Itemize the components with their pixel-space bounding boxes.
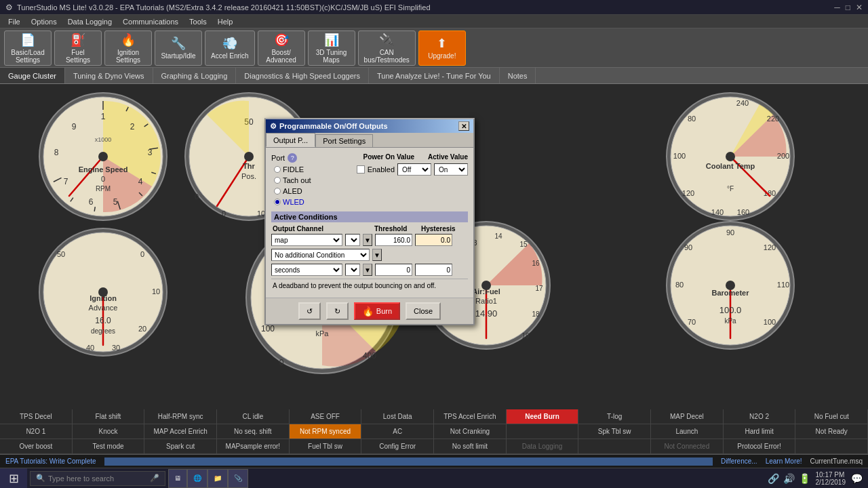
burn-button[interactable]: 🔥 Burn xyxy=(354,302,400,320)
condition2-threshold-input[interactable] xyxy=(375,264,412,276)
notification-icon: 💬 xyxy=(851,473,863,484)
taskbar-app-explorer[interactable]: 🖥 xyxy=(168,469,187,488)
active-value-select[interactable]: OnOff xyxy=(434,163,468,176)
can-bus-button[interactable]: 🔌 CAN bus/Testmodes xyxy=(358,30,416,66)
port-aled-radio[interactable] xyxy=(274,188,281,195)
svg-text:17: 17 xyxy=(535,285,543,292)
tab-graphing[interactable]: Graphing & Logging xyxy=(153,68,237,83)
port-help-icon[interactable]: ? xyxy=(288,153,297,163)
port-aled[interactable]: ALED xyxy=(271,186,314,197)
port-wled-radio[interactable] xyxy=(274,199,281,205)
learn-more-link[interactable]: Learn More! xyxy=(766,458,802,465)
dialog-tab-output[interactable]: Output P... xyxy=(266,133,315,147)
condition1-channel-select[interactable]: map xyxy=(271,234,342,246)
svg-text:0: 0 xyxy=(101,175,105,183)
minimize-btn[interactable]: ─ xyxy=(834,3,840,12)
status-not-connected: Not Connected xyxy=(651,439,724,453)
svg-text:30: 30 xyxy=(112,344,120,352)
no-additional-select[interactable]: No additional Condition xyxy=(271,249,370,261)
condition2-channel-select[interactable]: seconds xyxy=(271,264,342,276)
status-n2o-1: N2O 1 xyxy=(0,424,73,439)
menu-file[interactable]: File xyxy=(3,15,26,28)
status-mapsample-error: MAPsample error! xyxy=(217,439,290,453)
condition1-hysteresis-input[interactable] xyxy=(415,234,452,246)
menu-options[interactable]: Options xyxy=(26,15,62,28)
ignition-settings-button[interactable]: 🔥 Ignition Settings xyxy=(104,30,152,66)
port-wled[interactable]: WLED xyxy=(271,197,314,207)
port-fidle[interactable]: FIDLE xyxy=(271,164,314,175)
condition2-op-select[interactable]: > xyxy=(345,264,360,276)
start-button[interactable]: ⊞ xyxy=(0,468,27,489)
menu-help[interactable]: Help xyxy=(212,15,239,28)
tab-gauge-cluster[interactable]: Gauge Cluster xyxy=(0,68,65,83)
menu-communications[interactable]: Communications xyxy=(117,15,184,28)
tab-diagnostics[interactable]: Diagnostics & High Speed Loggers xyxy=(236,68,369,83)
fuel-sublabel: Settings xyxy=(66,56,90,64)
browser-icon: 🌐 xyxy=(193,474,201,482)
search-area[interactable]: 🔍 Type here to search 🎤 xyxy=(30,471,165,486)
svg-text:100: 100 xyxy=(673,152,686,160)
no-additional-condition: No additional Condition ▼ xyxy=(271,249,468,261)
can-icon: 🔌 xyxy=(379,33,394,47)
svg-text:16.0: 16.0 xyxy=(95,316,111,325)
close-button[interactable]: Close xyxy=(406,302,441,320)
clock: 10:17 PM 2/12/2019 xyxy=(816,471,846,486)
svg-text:120: 120 xyxy=(682,189,694,197)
dialog-tab-port-settings[interactable]: Port Settings xyxy=(315,134,373,147)
3d-tuning-button[interactable]: 📊 3D Tuning Maps xyxy=(308,30,355,66)
taskbar-app-browser[interactable]: 🌐 xyxy=(187,469,208,488)
taskbar-app-files[interactable]: 📁 xyxy=(208,469,228,488)
status-not-ready: Not Ready xyxy=(795,424,868,439)
status-row-1: TPS Decel Flat shift Half-RPM sync CL id… xyxy=(0,409,868,424)
enabled-label: Enabled xyxy=(368,165,395,174)
fuel-settings-button[interactable]: ⛽ Fuel Settings xyxy=(54,30,102,66)
condition1-arrow-btn[interactable]: ▼ xyxy=(363,234,372,246)
menu-data-logging[interactable]: Data Logging xyxy=(62,15,117,28)
accel-enrich-button[interactable]: 💨 Accel Enrich xyxy=(205,30,255,66)
sys-tray-icons: 🔗 🔊 🔋 xyxy=(768,473,810,484)
undo-button[interactable]: ↺ xyxy=(298,302,321,320)
dialog-body: Port ? FIDLE Tach out xyxy=(266,148,473,298)
svg-text:10: 10 xyxy=(152,287,160,296)
menu-tools[interactable]: Tools xyxy=(184,15,212,28)
dialog-footer: ↺ ↻ 🔥 Burn Close xyxy=(266,298,473,324)
engine-speed-svg: 1 2 3 4 5 6 7 8 9 x1000 Engine Speed 0 R… xyxy=(37,91,170,223)
port-tach-radio[interactable] xyxy=(274,177,281,184)
can-sublabel: bus/Testmodes xyxy=(364,56,410,64)
tab-tuning-dyno[interactable]: Tuning & Dyno Views xyxy=(65,68,153,83)
date-display: 2/12/2019 xyxy=(816,479,846,486)
boost-advanced-button[interactable]: 🎯 Boost/ Advanced xyxy=(258,30,305,66)
can-label: CAN xyxy=(380,49,394,56)
status-fuel-tbl-sw: Fuel Tbl sw xyxy=(290,439,362,453)
dialog-close-x-button[interactable]: ✕ xyxy=(458,121,469,131)
condition2-arrow-btn[interactable]: ▼ xyxy=(363,264,372,276)
upgrade-button[interactable]: ⬆ Upgrade! xyxy=(418,30,466,66)
redo-button[interactable]: ↻ xyxy=(326,302,349,320)
tab-notes[interactable]: Notes xyxy=(500,68,536,83)
port-fidle-radio[interactable] xyxy=(274,166,281,173)
difference-link[interactable]: Difference... xyxy=(721,458,757,465)
svg-text:14: 14 xyxy=(494,232,502,240)
no-additional-arrow-btn[interactable]: ▼ xyxy=(372,249,382,261)
current-tune-label: CurrentTune.msq xyxy=(810,458,863,465)
maximize-btn[interactable]: □ xyxy=(846,3,850,12)
condition2-hysteresis-input[interactable] xyxy=(415,264,452,276)
svg-text:19: 19 xyxy=(521,332,530,340)
tab-tune-analyze[interactable]: Tune Analyze Live! - Tune For You xyxy=(369,68,500,83)
programmable-outputs-dialog[interactable]: ⚙ Programmable On/Off Outputs ✕ Output P… xyxy=(264,118,475,325)
startup-idle-button[interactable]: 🔧 Startup/Idle xyxy=(155,30,202,66)
port-tach-out[interactable]: Tach out xyxy=(271,175,314,186)
condition1-op-select[interactable]: > < xyxy=(345,234,360,246)
close-btn[interactable]: ✕ xyxy=(856,3,863,12)
condition1-threshold-input[interactable] xyxy=(375,234,412,246)
col-header-threshold: Threshold xyxy=(374,225,418,232)
info-right: Difference... Learn More! CurrentTune.ms… xyxy=(715,458,868,465)
basic-load-button[interactable]: 📄 Basic/Load Settings xyxy=(4,30,52,66)
taskbar-app-paperclip[interactable]: 📎 xyxy=(228,469,248,488)
status-map-decel: MAP Decel xyxy=(651,409,724,424)
power-on-select[interactable]: OffOn xyxy=(397,163,431,176)
enabled-checkbox[interactable] xyxy=(357,165,365,174)
condition-row-1: map > < ▼ xyxy=(271,234,468,246)
port-tach-label: Tach out xyxy=(283,176,311,184)
status-over-boost: Over boost xyxy=(0,439,73,453)
